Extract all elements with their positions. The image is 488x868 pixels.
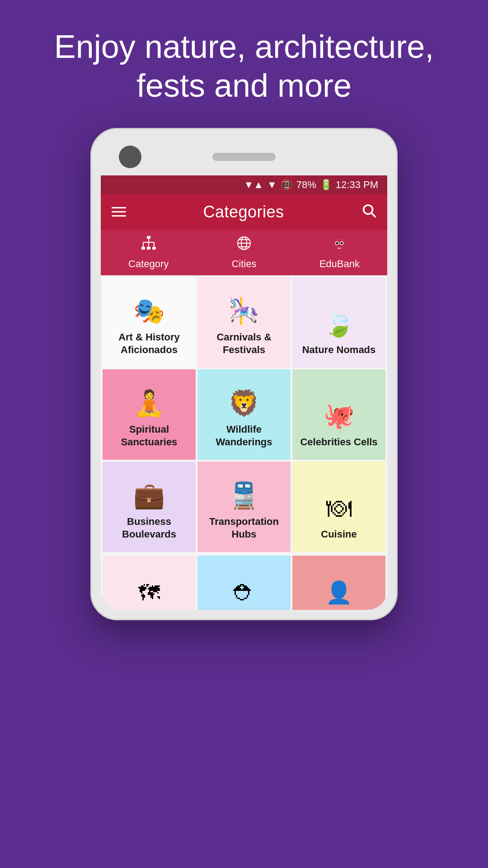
svg-line-1	[371, 213, 375, 217]
partial-row: 🗺 ⛑ 👤	[101, 554, 387, 610]
battery-percent: 78%	[296, 179, 316, 191]
category-business[interactable]: 💼 Business Boulevards	[103, 462, 196, 552]
edubank-tab-label: EduBank	[319, 258, 360, 270]
category-transportation[interactable]: 🚆 Transportation Hubs	[197, 462, 291, 552]
category-spiritual[interactable]: 🧘 Spiritual Sanctuaries	[103, 369, 196, 460]
spiritual-label: Spiritual Sanctuaries	[107, 423, 191, 449]
hamburger-line-2	[112, 211, 126, 212]
phone-frame: ▼▲ ▼ 📵 78% 🔋 12:33 PM Categories	[90, 128, 398, 620]
cities-tab-icon	[236, 235, 252, 255]
category-wildlife[interactable]: 🦁 Wildlife Wanderings	[197, 369, 291, 460]
battery-icon: 🔋	[320, 179, 332, 191]
search-button[interactable]	[361, 203, 376, 222]
hamburger-line-3	[112, 215, 126, 217]
hero-section: Enjoy nature, architecture, fests and mo…	[0, 0, 488, 128]
page-title: Categories	[203, 203, 284, 222]
business-icon: 💼	[133, 483, 165, 508]
category-tab-label: Category	[128, 258, 169, 270]
cities-tab-label: Cities	[231, 258, 256, 270]
hero-text: Enjoy nature, architecture, fests and mo…	[0, 0, 488, 128]
category-celebrities[interactable]: 🐙 Celebrities Cells	[292, 369, 385, 460]
transportation-label: Transportation Hubs	[202, 515, 286, 541]
art-history-icon: 🎭	[133, 298, 165, 324]
svg-point-20	[336, 242, 338, 244]
cuisine-label: Cuisine	[321, 528, 357, 541]
partial-warriors[interactable]: ⛑	[197, 556, 291, 610]
hamburger-menu-button[interactable]	[112, 207, 126, 217]
tab-bar: Category Cities	[101, 230, 387, 275]
nature-nomads-label: Nature Nomads	[302, 344, 376, 357]
carnivals-label: Carnivals & Festivals	[202, 331, 286, 357]
phone-top-bar	[101, 138, 387, 175]
tab-category[interactable]: Category	[101, 235, 196, 270]
svg-marker-22	[335, 236, 338, 239]
time-display: 12:33 PM	[336, 179, 378, 191]
warriors-icon: ⛑	[233, 580, 255, 605]
business-label: Business Boulevards	[107, 515, 191, 541]
svg-rect-5	[152, 247, 156, 250]
spiritual-icon: 🧘	[133, 391, 165, 416]
front-camera	[119, 146, 141, 168]
wifi-icon: ▼	[267, 179, 277, 191]
partial-routes[interactable]: 🗺	[103, 556, 196, 610]
celebrities-icon: 🐙	[323, 403, 355, 429]
hamburger-line-1	[112, 207, 126, 208]
signal-icon: ▼▲	[244, 179, 263, 191]
category-art-history[interactable]: 🎭 Art & History Aficionados	[103, 277, 196, 368]
category-carnivals[interactable]: 🎠 Carnivals & Festivals	[197, 277, 291, 368]
tab-cities[interactable]: Cities	[196, 235, 291, 270]
category-cuisine[interactable]: 🍽 Cuisine	[292, 462, 385, 552]
nature-nomads-icon: 🍃	[323, 311, 355, 336]
svg-point-21	[341, 242, 343, 244]
svg-rect-4	[147, 247, 150, 250]
people-icon: 👤	[325, 580, 352, 605]
phone-screen: ▼▲ ▼ 📵 78% 🔋 12:33 PM Categories	[101, 138, 387, 610]
phone-speaker	[212, 153, 276, 161]
celebrities-label: Celebrities Cells	[300, 436, 377, 449]
routes-icon: 🗺	[138, 580, 160, 605]
category-tab-icon	[141, 235, 157, 255]
art-history-label: Art & History Aficionados	[107, 331, 191, 357]
svg-rect-3	[141, 247, 145, 250]
wildlife-label: Wildlife Wanderings	[202, 423, 286, 449]
carnivals-icon: 🎠	[228, 298, 260, 324]
wildlife-icon: 🦁	[228, 391, 260, 416]
category-nature-nomads[interactable]: 🍃 Nature Nomads	[292, 277, 385, 368]
partial-people[interactable]: 👤	[292, 556, 385, 610]
cuisine-icon: 🍽	[326, 495, 352, 521]
status-bar: ▼▲ ▼ 📵 78% 🔋 12:33 PM	[101, 175, 387, 194]
sim-icon: 📵	[281, 179, 293, 191]
edubank-tab-icon	[331, 235, 347, 255]
svg-marker-23	[341, 236, 344, 239]
category-grid: 🎭 Art & History Aficionados 🎠 Carnivals …	[101, 275, 387, 554]
transportation-icon: 🚆	[228, 483, 260, 508]
app-bar: Categories	[101, 194, 387, 230]
svg-rect-2	[147, 236, 150, 239]
tab-edubank[interactable]: EduBank	[292, 235, 387, 270]
status-icons: ▼▲ ▼ 📵 78% 🔋 12:33 PM	[244, 179, 378, 191]
